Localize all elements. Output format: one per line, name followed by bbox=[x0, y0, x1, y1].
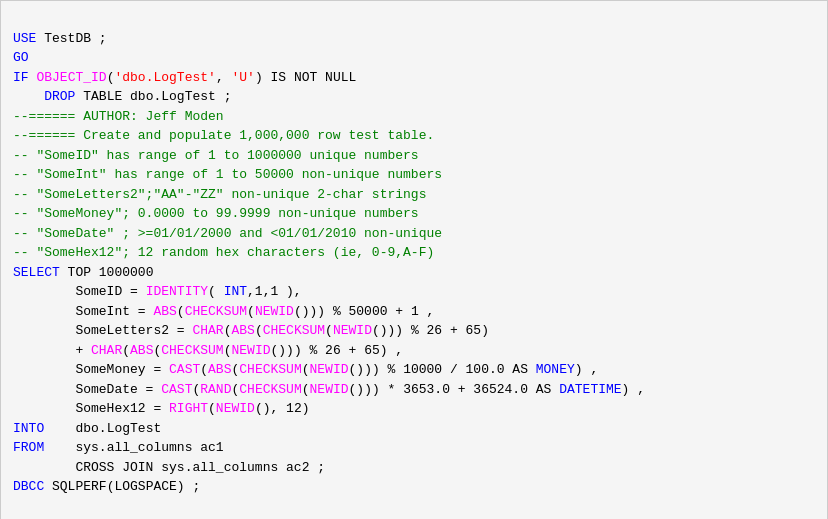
comment-someint: -- "SomeInt" has range of 1 to 50000 non… bbox=[13, 167, 442, 182]
func-char2: CHAR bbox=[91, 343, 122, 358]
type-money: MONEY bbox=[536, 362, 575, 377]
func-cast1: CAST bbox=[169, 362, 200, 377]
func-rand: RAND bbox=[200, 382, 231, 397]
func-checksum1: CHECKSUM bbox=[185, 304, 247, 319]
code-editor: USE TestDB ; GO IF OBJECT_ID('dbo.LogTes… bbox=[0, 0, 828, 519]
func-checksum3: CHECKSUM bbox=[161, 343, 223, 358]
comment-author: --====== AUTHOR: Jeff Moden bbox=[13, 109, 224, 124]
comment-someid: -- "SomeID" has range of 1 to 1000000 un… bbox=[13, 148, 419, 163]
func-newid1: NEWID bbox=[255, 304, 294, 319]
comment-create: --====== Create and populate 1,000,000 r… bbox=[13, 128, 434, 143]
func-newid5: NEWID bbox=[310, 382, 349, 397]
func-checksum2: CHECKSUM bbox=[263, 323, 325, 338]
func-abs3: ABS bbox=[130, 343, 153, 358]
keyword-dbcc: DBCC bbox=[13, 479, 44, 494]
func-newid3: NEWID bbox=[232, 343, 271, 358]
func-newid6: NEWID bbox=[216, 401, 255, 416]
keyword-from: FROM bbox=[13, 440, 44, 455]
keyword-into: INTO bbox=[13, 421, 44, 436]
func-abs2: ABS bbox=[231, 323, 254, 338]
comment-somedate: -- "SomeDate" ; >=01/01/2000 and <01/01/… bbox=[13, 226, 442, 241]
keyword-drop: DROP bbox=[44, 89, 75, 104]
string-u: 'U' bbox=[231, 70, 254, 85]
func-abs4: ABS bbox=[208, 362, 231, 377]
func-objectid: OBJECT_ID bbox=[36, 70, 106, 85]
func-checksum5: CHECKSUM bbox=[239, 382, 301, 397]
comment-somehex: -- "SomeHex12"; 12 random hex characters… bbox=[13, 245, 434, 260]
keyword-if: IF bbox=[13, 70, 29, 85]
func-identity: IDENTITY bbox=[146, 284, 208, 299]
comment-somemoney: -- "SomeMoney"; 0.0000 to 99.9999 non-un… bbox=[13, 206, 419, 221]
func-cast2: CAST bbox=[161, 382, 192, 397]
func-checksum4: CHECKSUM bbox=[239, 362, 301, 377]
func-abs1: ABS bbox=[153, 304, 176, 319]
keyword-go: GO bbox=[13, 50, 29, 65]
comment-someletters: -- "SomeLetters2";"AA"-"ZZ" non-unique 2… bbox=[13, 187, 426, 202]
type-datetime: DATETIME bbox=[559, 382, 621, 397]
func-newid4: NEWID bbox=[310, 362, 349, 377]
string-logtest: 'dbo.LogTest' bbox=[114, 70, 215, 85]
code-content: USE TestDB ; GO IF OBJECT_ID('dbo.LogTes… bbox=[13, 9, 815, 516]
keyword-use: USE bbox=[13, 31, 36, 46]
func-char1: CHAR bbox=[192, 323, 223, 338]
keyword-select: SELECT bbox=[13, 265, 60, 280]
func-newid2: NEWID bbox=[333, 323, 372, 338]
type-int: INT bbox=[224, 284, 247, 299]
func-right: RIGHT bbox=[169, 401, 208, 416]
